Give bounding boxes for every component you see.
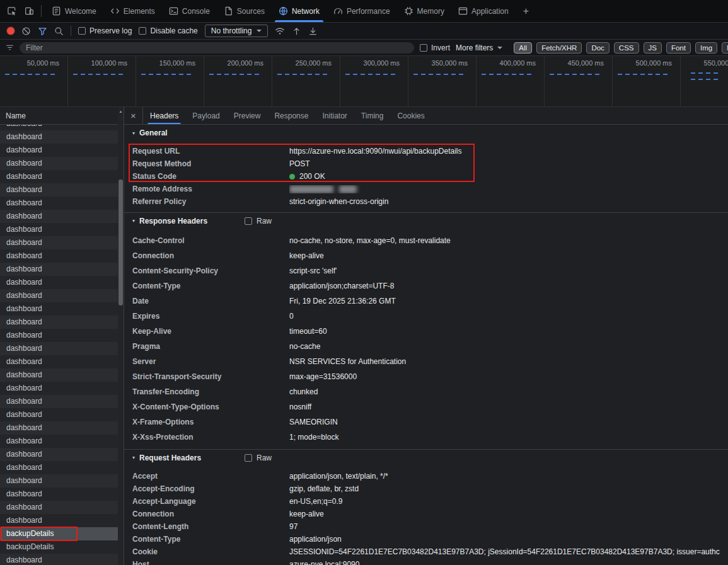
request-row-dashboard[interactable]: dashboard (0, 316, 118, 329)
request-row-dashboard[interactable]: dashboard (0, 210, 118, 223)
request-row-dashboard[interactable]: dashboard (0, 130, 118, 144)
record-button[interactable] (7, 27, 14, 35)
request-row-dashboard[interactable]: dashboard (0, 554, 118, 565)
request-row-dashboard[interactable]: dashboard (0, 382, 118, 395)
request-row-dashboard[interactable]: dashboard (0, 395, 118, 408)
export-har-button[interactable] (308, 26, 318, 36)
request-row-dashboard[interactable]: dashboard (0, 448, 118, 461)
welcome-icon (52, 6, 61, 16)
tab-console[interactable]: Console (162, 0, 217, 22)
request-row-backupdetails[interactable]: backupDetails (0, 527, 118, 540)
request-row-dashboard[interactable]: dashboard (0, 368, 118, 382)
tab-performance[interactable]: Performance (326, 0, 397, 22)
filter-chip-doc[interactable]: Doc (586, 42, 609, 54)
request-row-dashboard[interactable]: dashboard (0, 355, 118, 368)
name-column-header[interactable]: Name (0, 107, 124, 125)
header-value: no-cache (289, 342, 720, 351)
request-row-dashboard[interactable]: dashboard (0, 514, 118, 527)
close-details-button[interactable]: × (124, 107, 143, 124)
request-row-dashboard[interactable]: dashboard (0, 435, 118, 448)
request-raw-checkbox[interactable]: Raw (245, 454, 272, 462)
request-row-dashboard[interactable]: dashboard (0, 197, 118, 210)
application-icon (458, 6, 468, 16)
request-row-dashboard[interactable]: dashboard (0, 302, 118, 316)
network-overview-timeline[interactable]: 50,000 ms100,000 ms150,000 ms200,000 ms2… (0, 56, 728, 107)
request-row-dashboard[interactable]: dashboard (0, 183, 118, 197)
clear-button[interactable] (21, 26, 31, 36)
timeline-tick-label: 550,000 ms (681, 59, 728, 67)
response-raw-checkbox[interactable]: Raw (245, 217, 272, 225)
tab-label: Console (182, 7, 210, 16)
request-row-dashboard[interactable]: dashboard (0, 157, 118, 170)
filter-chip-js[interactable]: JS (644, 42, 662, 54)
request-row-dashboard[interactable]: dashboard (0, 289, 118, 302)
header-name: Connection (132, 510, 289, 518)
request-row-dashboard[interactable]: dashboard (0, 421, 118, 435)
general-section-header[interactable]: ▾ General (124, 125, 728, 141)
tab-memory[interactable]: Memory (397, 0, 451, 22)
inspect-element-button[interactable] (3, 0, 20, 22)
timeline-segment: 300,000 ms (340, 56, 408, 106)
request-row-dashboard[interactable]: dashboard (0, 236, 118, 249)
request-row-dashboard[interactable]: dashboard (0, 342, 118, 355)
pending-request-dash (277, 74, 330, 75)
request-row-dashboard[interactable]: dashboard (0, 488, 118, 501)
header-value: Fri, 19 Dec 2025 21:36:26 GMT (289, 297, 720, 305)
request-row-backupdetails[interactable]: backupDetails (0, 540, 118, 554)
details-tab-payload[interactable]: Payload (185, 107, 226, 124)
invert-checkbox[interactable]: Invert (420, 43, 450, 52)
import-har-button[interactable] (292, 26, 301, 36)
filter-chip-med[interactable]: Med (722, 42, 728, 54)
filter-toggle-button[interactable] (38, 26, 47, 36)
request-row-dashboard[interactable]: dashboard (0, 249, 118, 263)
details-tab-cookies[interactable]: Cookies (390, 107, 431, 124)
details-tab-headers[interactable]: Headers (143, 107, 185, 124)
request-headers-section: ▾ Request Headers Raw Acceptapplication/… (124, 449, 728, 565)
request-row-dashboard[interactable]: dashboard (0, 223, 118, 236)
request-row-dashboard[interactable]: dashboard (0, 329, 118, 342)
request-row-dashboard[interactable]: dashboard (0, 263, 118, 276)
request-row-dashboard[interactable]: dashboard (0, 501, 118, 514)
tab-sources[interactable]: Sources (217, 0, 272, 22)
scroll-up-arrow-icon[interactable]: ▲ (118, 108, 124, 115)
filter-chip-img[interactable]: Img (695, 42, 717, 54)
requests-scrollbar[interactable]: ▲ (118, 107, 124, 565)
response-headers-section-header[interactable]: ▾ Response Headers Raw (124, 212, 728, 229)
tab-welcome[interactable]: Welcome (45, 0, 103, 22)
checkbox-box (139, 27, 146, 35)
tab-elements[interactable]: Elements (103, 0, 162, 22)
request-row-dashboard[interactable]: dashboard (0, 170, 118, 183)
details-tab-initiator[interactable]: Initiator (315, 107, 354, 124)
header-row: Keep-Alivetimeout=60 (124, 324, 728, 339)
request-row-dashboard[interactable]: dashboard (0, 144, 118, 157)
filter-chip-fetch-xhr[interactable]: Fetch/XHR (536, 42, 582, 54)
request-row-dashboard[interactable]: dashboard (0, 461, 118, 474)
request-row-dashboard[interactable]: dashboard (0, 276, 118, 289)
header-value: no-cache, no-store, max-age=0, must-reva… (289, 236, 720, 245)
network-conditions-button[interactable] (275, 26, 285, 36)
search-button[interactable] (54, 26, 64, 36)
tab-network[interactable]: Network (272, 0, 326, 22)
request-row-dashboard[interactable]: dashboard (0, 474, 118, 488)
filter-chip-font[interactable]: Font (666, 42, 691, 54)
throttling-select[interactable]: No throttling (205, 25, 269, 37)
details-tab-response[interactable]: Response (267, 107, 315, 124)
tab-application[interactable]: Application (451, 0, 516, 22)
more-filters-dropdown[interactable]: More filters (456, 43, 502, 52)
filter-input[interactable] (20, 42, 414, 54)
filter-chip-all[interactable]: All (514, 42, 532, 54)
header-value (289, 185, 720, 193)
filter-chip-css[interactable]: CSS (614, 42, 639, 54)
checkbox-box (245, 217, 252, 225)
add-panel-button[interactable]: + (516, 0, 536, 22)
request-headers-section-header[interactable]: ▾ Request Headers Raw (124, 449, 728, 465)
scrollbar-thumb[interactable] (118, 180, 123, 305)
request-row-dashboard[interactable]: dashboard (0, 408, 118, 421)
details-tab-timing[interactable]: Timing (354, 107, 391, 124)
devtools-window: WelcomeElementsConsoleSourcesNetworkPerf… (0, 0, 728, 565)
details-tab-preview[interactable]: Preview (227, 107, 268, 124)
disable-cache-checkbox[interactable]: Disable cache (139, 26, 197, 35)
device-toolbar-button[interactable] (20, 0, 38, 22)
timeline-tick-label: 100,000 ms (68, 59, 136, 67)
preserve-log-checkbox[interactable]: Preserve log (78, 26, 132, 35)
